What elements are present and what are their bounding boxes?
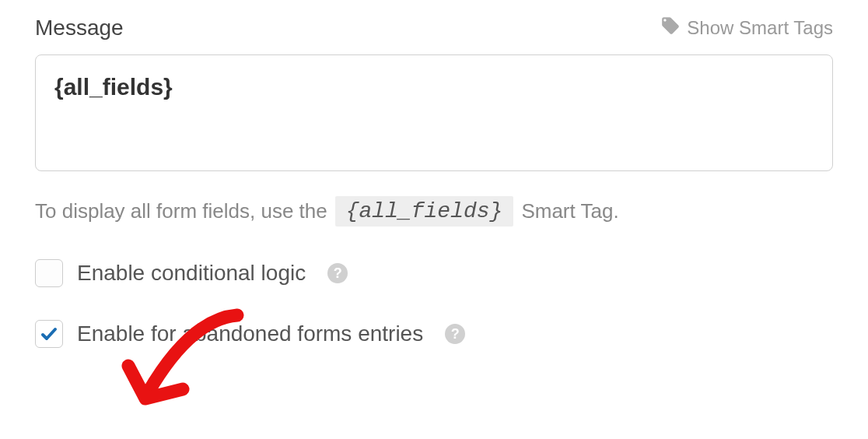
conditional-logic-checkbox[interactable] (35, 259, 63, 287)
helper-suffix: Smart Tag. (521, 199, 618, 223)
show-smart-tags-toggle[interactable]: Show Smart Tags (660, 16, 833, 40)
help-icon[interactable]: ? (445, 324, 465, 344)
help-icon[interactable]: ? (327, 263, 348, 283)
abandoned-forms-label: Enable for abandoned forms entries (77, 321, 423, 346)
message-textarea[interactable] (35, 54, 833, 171)
show-smart-tags-label: Show Smart Tags (687, 17, 833, 39)
abandoned-forms-checkbox[interactable] (35, 320, 63, 348)
message-section-label: Message (35, 16, 124, 40)
helper-text: To display all form fields, use the {all… (35, 196, 833, 227)
tag-icon (660, 16, 681, 40)
conditional-logic-label: Enable conditional logic (77, 261, 306, 286)
checkmark-icon (40, 325, 58, 343)
smart-tag-code: {all_fields} (335, 196, 514, 227)
helper-prefix: To display all form fields, use the (35, 199, 327, 223)
